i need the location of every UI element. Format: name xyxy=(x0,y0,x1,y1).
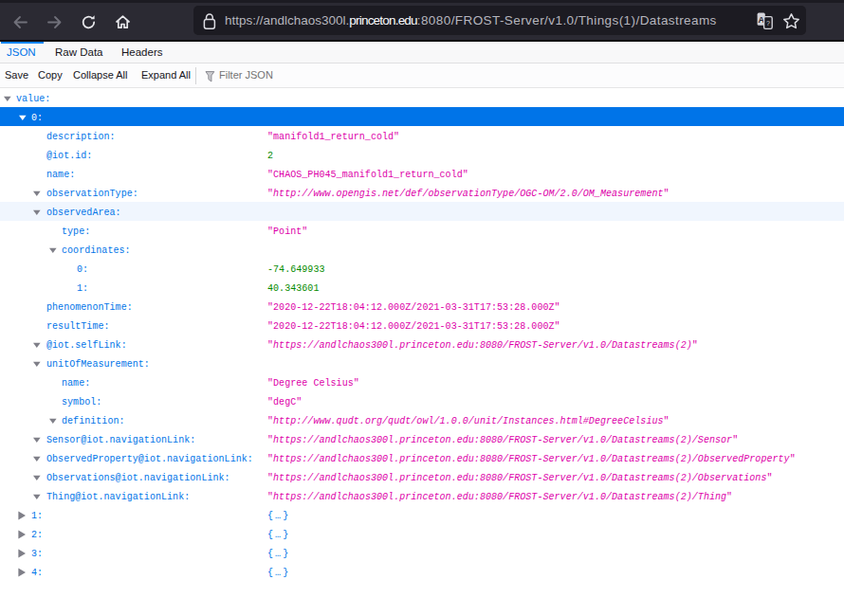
svg-text:?: ? xyxy=(766,19,770,26)
